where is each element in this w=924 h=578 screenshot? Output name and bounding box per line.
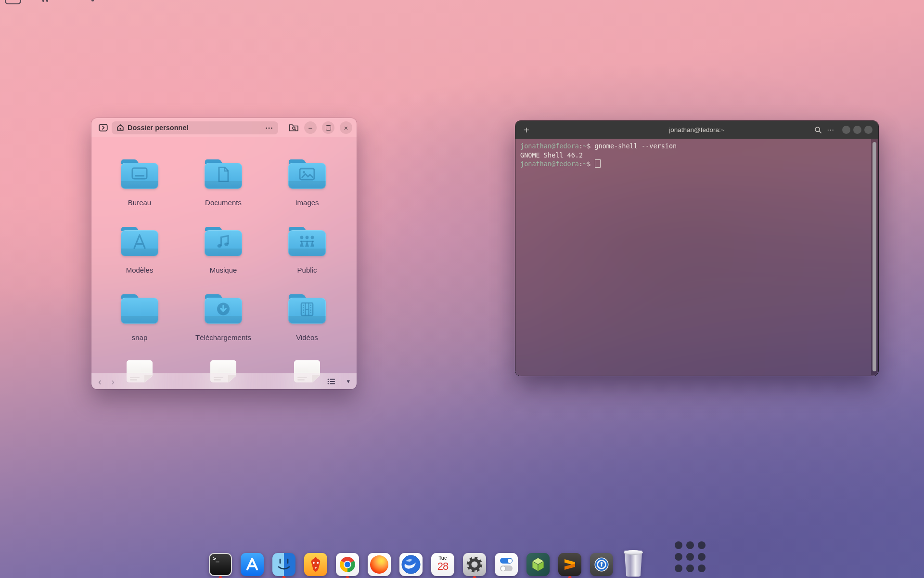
dock-trash-icon[interactable] (622, 553, 645, 576)
dock-firefox-icon[interactable] (368, 553, 391, 576)
files-window-title: Dossier personnel (128, 124, 189, 131)
dock-boxes-icon[interactable] (526, 553, 550, 576)
view-options-caret[interactable]: ▾ (345, 378, 352, 385)
folder-label: Public (297, 266, 317, 274)
close-button[interactable]: × (340, 121, 352, 134)
calendar-date: 28 (431, 561, 454, 572)
folder-icon (118, 224, 161, 258)
folder-icon (202, 224, 244, 258)
terminal-line: jonathan@fedora:~$ gnome-shell --version (520, 142, 873, 151)
dock-settings-icon[interactable] (463, 553, 486, 576)
folder-item[interactable]: snap (98, 289, 181, 356)
top-edge-icon-fragment (42, 0, 44, 2)
top-edge-icon-fragment (91, 0, 94, 1)
folder-label: Téléchargements (195, 333, 251, 342)
maximize-button[interactable] (853, 126, 861, 134)
terminal-window-controls (842, 126, 873, 134)
show-apps-button[interactable] (675, 541, 706, 572)
folder-item[interactable]: Bureau (98, 154, 181, 221)
show-apps-dot (686, 565, 694, 572)
forward-button[interactable]: › (108, 376, 117, 386)
dock-thunderbird-icon[interactable] (399, 553, 423, 576)
desktop-wallpaper: Dossier personnel ⋯ − × Bureau (0, 0, 924, 578)
folder-icon (202, 157, 244, 191)
window-controls: − × (304, 121, 352, 134)
terminal-cursor (595, 159, 601, 168)
list-view-button[interactable] (327, 378, 335, 385)
search-icon (814, 126, 822, 134)
dock-chrome-icon[interactable] (336, 553, 359, 576)
menu-button[interactable]: ⋯ (827, 126, 834, 134)
tab-search-button[interactable] (286, 120, 301, 135)
scrollbar-track[interactable] (871, 139, 878, 375)
terminal-line: jonathan@fedora:~$ (520, 159, 873, 169)
back-button[interactable]: ‹ (95, 376, 104, 386)
folder-label: Bureau (128, 198, 151, 207)
dock-toggles-icon[interactable] (495, 553, 518, 576)
new-tab-button[interactable]: + (519, 123, 534, 137)
folder-icon (118, 292, 161, 326)
maximize-icon (326, 125, 331, 131)
folder-label: Vidéos (296, 333, 318, 342)
running-indicator (568, 576, 572, 578)
folder-item[interactable]: Vidéos (265, 289, 349, 356)
list-view-icon (327, 378, 335, 385)
folder-item[interactable]: Images (265, 154, 349, 221)
show-apps-dot (686, 553, 694, 561)
dock-terminal-icon[interactable]: >_ (209, 553, 232, 576)
dock-1password-icon[interactable] (590, 553, 613, 576)
folder-label: Documents (205, 198, 242, 207)
show-apps-dot (675, 541, 682, 549)
folder-item[interactable]: Public (265, 221, 349, 289)
running-indicator (473, 576, 476, 578)
folder-label: Images (295, 198, 319, 207)
search-button[interactable] (814, 126, 822, 134)
home-icon (116, 124, 124, 131)
folder-item[interactable]: Documents (181, 154, 265, 221)
close-button[interactable] (864, 126, 873, 134)
terminal-window: + jonathan@fedora:~ ⋯ jonathan@fedora:~ (515, 121, 878, 376)
files-window: Dossier personnel ⋯ − × Bureau (91, 118, 357, 389)
terminal-content[interactable]: jonathan@fedora:~$ gnome-shell --version… (515, 139, 878, 376)
show-apps-dot (698, 553, 706, 561)
top-edge-icon-fragment (46, 0, 48, 2)
folder-label: Musique (210, 266, 237, 274)
show-apps-dot (698, 565, 706, 572)
dock-sublime-text-icon[interactable] (558, 553, 581, 576)
minimize-button[interactable]: − (304, 121, 317, 134)
show-apps-dot (698, 541, 706, 549)
terminal-titlebar[interactable]: + jonathan@fedora:~ ⋯ (515, 121, 878, 139)
folder-label: Modèles (126, 266, 154, 274)
files-content: Bureau Documents Images Modèles Musique … (91, 137, 357, 389)
gear-icon (463, 553, 486, 576)
files-titlebar[interactable]: Dossier personnel ⋯ − × (91, 118, 357, 138)
show-apps-dot (675, 553, 682, 561)
folder-item[interactable]: Musique (181, 221, 265, 289)
toggle-sidebar-button[interactable] (96, 120, 110, 135)
path-bar[interactable]: Dossier personnel ⋯ (112, 121, 278, 134)
terminal-line: GNOME Shell 46.2 (520, 151, 873, 160)
dock-calendar-icon[interactable]: Tue 28 (431, 553, 454, 576)
running-indicator (282, 576, 286, 578)
folder-icon (118, 157, 161, 191)
folder-label: snap (132, 333, 148, 342)
dock-app-store-icon[interactable] (241, 553, 264, 576)
dock-finder-icon[interactable] (272, 553, 295, 576)
path-menu-button[interactable]: ⋯ (265, 123, 273, 132)
running-indicator (219, 576, 222, 578)
divider (340, 377, 340, 386)
folder-icon (286, 157, 328, 191)
chevron-down-icon: ▾ (346, 378, 350, 385)
show-apps-dot (675, 565, 682, 572)
top-edge-icon-fragment (5, 0, 21, 4)
folder-item[interactable]: Téléchargements (181, 289, 265, 356)
scrollbar-thumb[interactable] (873, 142, 876, 371)
dock: >_ (209, 553, 645, 576)
maximize-button[interactable] (322, 121, 334, 134)
folder-icon (286, 224, 328, 258)
minimize-button[interactable] (842, 126, 850, 134)
dock-brave-icon[interactable] (304, 553, 327, 576)
folder-icon (286, 292, 328, 326)
files-bottombar: ‹ › ▾ (91, 373, 357, 389)
folder-item[interactable]: Modèles (98, 221, 181, 289)
